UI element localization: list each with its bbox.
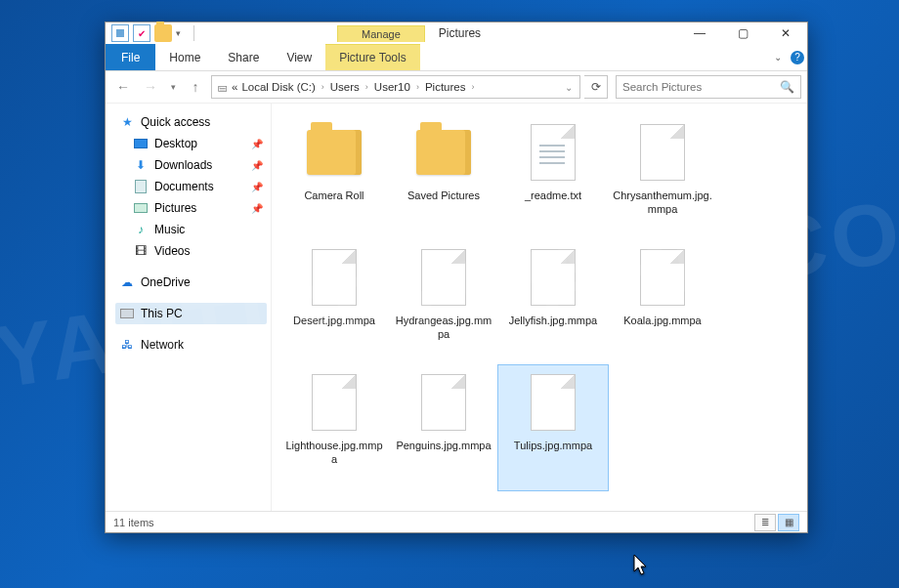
sidebar-item-network[interactable]: 🖧 Network: [115, 334, 267, 356]
cloud-icon: ☁: [119, 274, 135, 290]
documents-icon: [133, 179, 149, 194]
breadcrumb-users[interactable]: Users: [328, 81, 362, 93]
file-tab[interactable]: File: [106, 44, 155, 70]
file-item[interactable]: Jellyfish.jpg.mmpa: [498, 240, 608, 365]
breadcrumb-user[interactable]: User10: [372, 81, 412, 93]
file-item[interactable]: Koala.jpg.mmpa: [608, 240, 717, 365]
pin-icon: 📌: [251, 182, 263, 192]
file-icon: [303, 371, 365, 434]
sidebar-item-label: Documents: [154, 180, 214, 193]
address-prefix: «: [232, 81, 237, 93]
address-dropdown-icon[interactable]: ⌄: [562, 80, 576, 94]
sidebar-item-downloads[interactable]: ⬇ Downloads 📌: [115, 154, 267, 176]
status-bar: 11 items ≣ ▦: [106, 511, 807, 532]
sidebar-item-label: Desktop: [154, 137, 197, 150]
search-box[interactable]: 🔍: [616, 75, 801, 99]
navigation-pane: ★ Quick access Desktop 📌 ⬇ Downloads 📌 D…: [106, 104, 272, 511]
navigation-bar: ← → ▾ ↑ 🖴 « Local Disk (C:) › Users › Us…: [106, 71, 807, 103]
folder-item[interactable]: Saved Pictures: [389, 115, 498, 240]
sidebar-item-pictures[interactable]: Pictures 📌: [115, 197, 267, 219]
sidebar-item-desktop[interactable]: Desktop 📌: [115, 133, 267, 154]
picture-tools-tab[interactable]: Picture Tools: [325, 44, 419, 70]
close-button[interactable]: ✕: [764, 22, 807, 44]
sidebar-item-music[interactable]: ♪ Music: [115, 219, 267, 240]
item-label: Tulips.jpg.mmpa: [514, 440, 592, 453]
maximize-button[interactable]: ▢: [721, 22, 764, 44]
item-label: _readme.txt: [525, 189, 581, 203]
file-icon: [522, 371, 584, 434]
share-tab[interactable]: Share: [214, 44, 273, 70]
chevron-right-icon[interactable]: ›: [414, 82, 421, 92]
help-icon: ?: [791, 51, 804, 64]
file-item[interactable]: _readme.txt: [498, 115, 608, 240]
mouse-cursor-icon: [633, 555, 651, 582]
properties-icon[interactable]: [111, 24, 129, 42]
item-label: Jellyfish.jpg.mmpa: [509, 315, 597, 328]
breadcrumb-pictures[interactable]: Pictures: [423, 81, 468, 93]
refresh-button[interactable]: ⟳: [584, 75, 608, 99]
sidebar-item-label: Music: [154, 223, 185, 236]
item-label: Koala.jpg.mmpa: [623, 315, 702, 328]
qat-dropdown-icon[interactable]: ▾: [176, 28, 186, 38]
new-folder-icon[interactable]: [154, 24, 172, 42]
chevron-right-icon[interactable]: ›: [364, 82, 370, 92]
file-icon: [412, 246, 475, 309]
file-item[interactable]: Tulips.jpg.mmpa: [498, 365, 608, 490]
address-bar[interactable]: 🖴 « Local Disk (C:) › Users › User10 › P…: [211, 75, 580, 99]
drive-icon: 🖴: [216, 80, 230, 94]
view-tab[interactable]: View: [273, 44, 325, 70]
item-label: Desert.jpg.mmpa: [293, 315, 375, 328]
details-view-button[interactable]: ≣: [754, 514, 776, 531]
ribbon-expand-icon[interactable]: ⌄: [768, 44, 788, 70]
contextual-tab-header: Manage: [337, 25, 425, 42]
search-input[interactable]: [622, 81, 776, 93]
item-label: Lighthouse.jpg.mmpa: [283, 440, 385, 467]
downloads-icon: ⬇: [133, 157, 149, 173]
file-item[interactable]: Desert.jpg.mmpa: [279, 240, 389, 365]
items-view[interactable]: Camera RollSaved Pictures_readme.txtChry…: [272, 104, 807, 511]
forward-button[interactable]: →: [139, 75, 162, 99]
file-item[interactable]: Hydrangeas.jpg.mmpa: [389, 240, 498, 365]
item-label: Penguins.jpg.mmpa: [396, 440, 491, 453]
sidebar-item-videos[interactable]: 🎞 Videos: [115, 240, 267, 262]
pin-icon: 📌: [251, 160, 263, 171]
file-icon: [631, 121, 694, 184]
videos-icon: 🎞: [133, 243, 149, 259]
checkmark-icon[interactable]: ✔: [133, 24, 150, 42]
back-button[interactable]: ←: [111, 75, 135, 99]
file-item[interactable]: Penguins.jpg.mmpa: [389, 365, 498, 490]
help-button[interactable]: ?: [788, 44, 807, 70]
sidebar-item-this-pc[interactable]: This PC: [115, 303, 267, 324]
item-label: Hydrangeas.jpg.mmpa: [393, 315, 494, 342]
chevron-right-icon[interactable]: ›: [469, 82, 476, 92]
home-tab[interactable]: Home: [155, 44, 214, 70]
breadcrumb-drive[interactable]: Local Disk (C:): [239, 81, 317, 93]
file-icon: [522, 246, 584, 309]
sidebar-item-documents[interactable]: Documents 📌: [115, 176, 267, 197]
file-icon: [303, 246, 365, 309]
music-icon: ♪: [133, 222, 149, 237]
sidebar-item-label: Quick access: [141, 115, 210, 129]
up-button[interactable]: ↑: [184, 75, 207, 99]
manage-context-label: Manage: [337, 25, 425, 42]
minimize-button[interactable]: —: [678, 22, 721, 44]
sidebar-item-label: Downloads: [154, 158, 212, 172]
qat-separator: [193, 25, 194, 41]
file-icon: [412, 371, 475, 434]
sidebar-item-onedrive[interactable]: ☁ OneDrive: [115, 272, 267, 293]
ribbon-tabs: File Home Share View Picture Tools ⌄ ?: [106, 44, 807, 71]
pc-icon: [119, 306, 135, 321]
item-label: Chrysanthemum.jpg.mmpa: [612, 189, 713, 217]
file-icon: [522, 121, 584, 184]
history-dropdown-icon[interactable]: ▾: [166, 75, 180, 99]
window-title: Pictures: [439, 26, 481, 40]
item-label: Camera Roll: [304, 189, 364, 203]
folder-icon: [412, 121, 475, 184]
large-icons-view-button[interactable]: ▦: [778, 514, 799, 531]
folder-item[interactable]: Camera Roll: [279, 115, 389, 240]
chevron-right-icon[interactable]: ›: [320, 82, 326, 92]
sidebar-item-quick-access[interactable]: ★ Quick access: [115, 111, 267, 133]
file-item[interactable]: Lighthouse.jpg.mmpa: [279, 365, 389, 490]
file-item[interactable]: Chrysanthemum.jpg.mmpa: [608, 115, 717, 240]
title-bar: ✔ ▾ Manage Pictures — ▢ ✕: [106, 22, 807, 44]
